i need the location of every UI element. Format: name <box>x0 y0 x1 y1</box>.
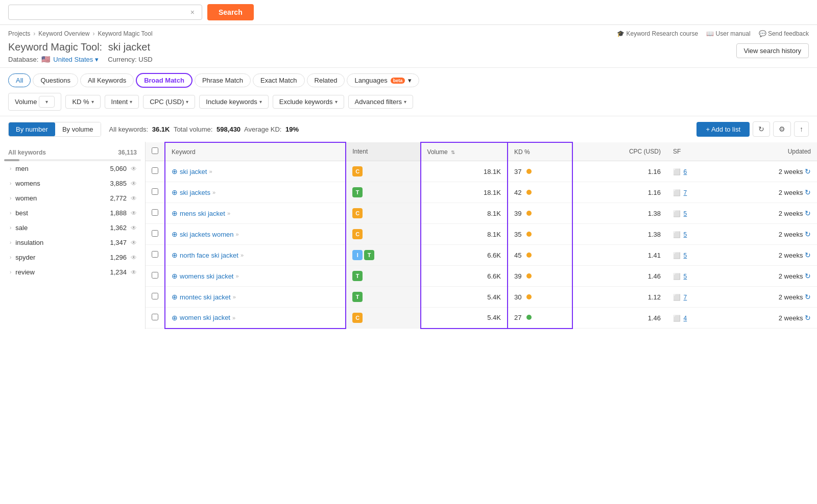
sf-value[interactable]: 5 <box>684 210 687 217</box>
sf-value[interactable]: 5 <box>684 273 687 280</box>
by-volume-button[interactable]: By volume <box>55 122 101 136</box>
expand-icon: › <box>10 255 11 260</box>
add-keyword-icon[interactable]: ⊕ <box>172 251 178 259</box>
keyword-link[interactable]: ⊕ ski jackets women » <box>172 230 339 238</box>
volume-column-header[interactable]: Volume ⇅ <box>421 142 508 161</box>
languages-chevron-icon: ▾ <box>408 77 412 84</box>
tab-phrase-match[interactable]: Phrase Match <box>195 73 251 87</box>
search-input-wrap[interactable]: ski jacket × <box>8 5 202 20</box>
refresh-row-icon[interactable]: ↻ <box>805 293 811 301</box>
clear-icon[interactable]: × <box>190 8 195 16</box>
sidebar-item-best[interactable]: › best 1,888 👁 <box>0 206 145 220</box>
row-checkbox[interactable] <box>152 251 158 258</box>
add-keyword-icon[interactable]: ⊕ <box>172 230 178 238</box>
keyword-arrows-icon: » <box>241 252 244 258</box>
filter-volume[interactable]: Volume ▾ <box>8 93 61 111</box>
row-checkbox[interactable] <box>152 314 158 320</box>
sf-value[interactable]: 5 <box>684 252 687 259</box>
export-button[interactable]: ↑ <box>794 121 809 137</box>
add-keyword-icon[interactable]: ⊕ <box>172 293 178 301</box>
add-keyword-icon[interactable]: ⊕ <box>172 167 178 175</box>
row-checkbox[interactable] <box>152 167 158 174</box>
breadcrumb-overview[interactable]: Keyword Overview <box>38 30 89 37</box>
filter-include[interactable]: Include keywords ▾ <box>199 95 268 109</box>
by-number-button[interactable]: By number <box>9 122 55 136</box>
stats-left: By number By volume All keywords: 36.1K … <box>8 122 299 137</box>
keyword-link[interactable]: ⊕ women ski jacket » <box>172 314 339 322</box>
intent-badge: C <box>352 166 363 177</box>
sf-value[interactable]: 6 <box>684 168 687 175</box>
sidebar-item-sale[interactable]: › sale 1,362 👁 <box>0 220 145 235</box>
add-keyword-icon[interactable]: ⊕ <box>172 272 178 280</box>
settings-button[interactable]: ⚙ <box>773 121 791 137</box>
keyword-link[interactable]: ⊕ womens ski jacket » <box>172 272 339 280</box>
keyword-course-link[interactable]: 🎓 Keyword Research course <box>617 30 698 37</box>
refresh-row-icon[interactable]: ↻ <box>805 314 811 322</box>
kd-cell: 27 <box>508 308 572 329</box>
kd-cell: 30 <box>508 287 572 308</box>
database-selector[interactable]: United States ▾ <box>53 56 99 63</box>
refresh-row-icon[interactable]: ↻ <box>805 230 811 238</box>
breadcrumb-tool[interactable]: Keyword Magic Tool <box>98 30 152 37</box>
row-checkbox[interactable] <box>152 209 158 216</box>
keyword-cell: ⊕ ski jackets women » <box>165 224 346 245</box>
refresh-row-icon[interactable]: ↻ <box>805 272 811 280</box>
add-keyword-icon[interactable]: ⊕ <box>172 209 178 217</box>
row-checkbox[interactable] <box>152 293 158 299</box>
row-checkbox-cell <box>146 287 165 308</box>
sidebar-item-women[interactable]: › women 2,772 👁 <box>0 191 145 206</box>
sf-value[interactable]: 5 <box>684 231 687 238</box>
sidebar-item-men[interactable]: › men 5,060 👁 <box>0 161 145 176</box>
keyword-link[interactable]: ⊕ montec ski jacket » <box>172 293 339 301</box>
send-feedback-link[interactable]: 💬 Send feedback <box>759 30 809 37</box>
sidebar-item-spyder[interactable]: › spyder 1,296 👁 <box>0 250 145 265</box>
intent-cell: IT <box>346 245 420 266</box>
user-manual-link[interactable]: 📖 User manual <box>706 30 750 37</box>
tab-broad-match[interactable]: Broad Match <box>136 73 193 88</box>
sidebar-item-insulation[interactable]: › insulation 1,347 👁 <box>0 235 145 250</box>
add-keyword-icon[interactable]: ⊕ <box>172 188 178 196</box>
beta-badge: beta <box>391 78 405 84</box>
filter-kd[interactable]: KD % ▾ <box>65 95 100 109</box>
tab-all[interactable]: All <box>8 73 31 87</box>
keyword-cell: ⊕ womens ski jacket » <box>165 266 346 287</box>
tab-all-keywords[interactable]: All Keywords <box>80 73 134 87</box>
tab-exact-match[interactable]: Exact Match <box>253 73 305 87</box>
sidebar-item-womens[interactable]: › womens 3,885 👁 <box>0 176 145 191</box>
sf-value[interactable]: 7 <box>684 294 687 301</box>
filter-exclude[interactable]: Exclude keywords ▾ <box>273 95 344 109</box>
filter-intent[interactable]: Intent ▾ <box>105 95 139 109</box>
search-input[interactable]: ski jacket <box>14 8 190 16</box>
row-checkbox[interactable] <box>152 230 158 237</box>
sf-value[interactable]: 7 <box>684 189 687 196</box>
sf-value[interactable]: 4 <box>684 315 687 322</box>
refresh-row-icon[interactable]: ↻ <box>805 167 811 175</box>
keyword-link[interactable]: ⊕ ski jackets » <box>172 188 339 196</box>
cpc-cell: 1.16 <box>572 161 667 182</box>
row-checkbox[interactable] <box>152 188 158 195</box>
sidebar-item-review[interactable]: › review 1,234 👁 <box>0 265 145 280</box>
add-to-list-button[interactable]: + Add to list <box>696 122 750 137</box>
row-checkbox[interactable] <box>152 272 158 279</box>
breadcrumb-projects[interactable]: Projects <box>8 30 30 37</box>
intent-cell: C <box>346 308 420 329</box>
add-keyword-icon[interactable]: ⊕ <box>172 314 178 322</box>
eye-icon: 👁 <box>131 269 137 276</box>
filter-cpc[interactable]: CPC (USD) ▾ <box>143 95 195 109</box>
refresh-button[interactable]: ↻ <box>753 121 770 137</box>
keyword-link[interactable]: ⊕ mens ski jacket » <box>172 209 339 217</box>
tab-related[interactable]: Related <box>307 73 345 87</box>
refresh-row-icon[interactable]: ↻ <box>805 251 811 259</box>
keyword-link[interactable]: ⊕ north face ski jacket » <box>172 251 339 259</box>
intent-cell: C <box>346 224 420 245</box>
tab-questions[interactable]: Questions <box>33 73 78 87</box>
filter-advanced[interactable]: Advanced filters ▾ <box>348 95 414 109</box>
tab-languages[interactable]: Languages beta ▾ <box>347 73 419 87</box>
refresh-row-icon[interactable]: ↻ <box>805 209 811 217</box>
select-all-checkbox[interactable] <box>152 147 158 154</box>
view-history-button[interactable]: View search history <box>736 43 809 58</box>
refresh-row-icon[interactable]: ↻ <box>805 188 811 196</box>
keyword-link[interactable]: ⊕ ski jacket » <box>172 167 339 175</box>
search-button[interactable]: Search <box>207 4 254 20</box>
updated-cell: 2 weeks ↻ <box>723 308 817 329</box>
